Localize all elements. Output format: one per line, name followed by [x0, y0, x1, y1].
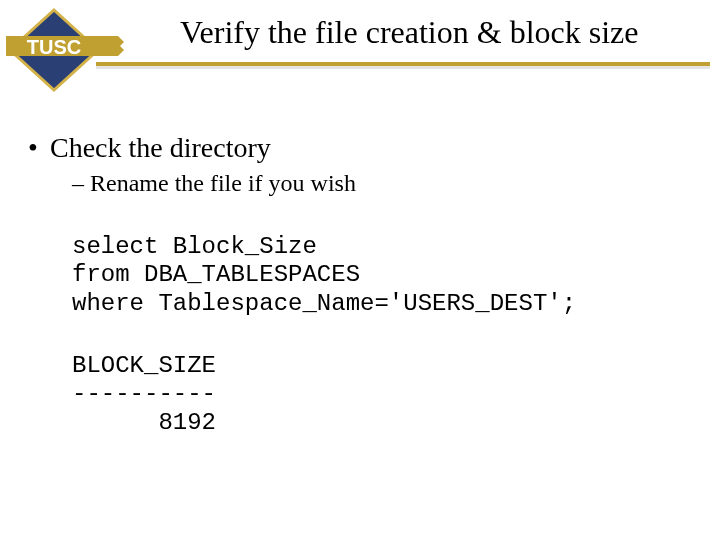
- bullet-level2: – Rename the file if you wish: [72, 170, 698, 197]
- output-header: BLOCK_SIZE: [72, 352, 216, 379]
- logo-text: TUSC: [27, 36, 81, 58]
- bullet-level1-text: Check the directory: [50, 132, 271, 163]
- sql-code-block: select Block_Size from DBA_TABLESPACES w…: [72, 233, 698, 318]
- content-area: •Check the directory – Rename the file i…: [28, 132, 698, 437]
- sql-output-block: BLOCK_SIZE ---------- 8192: [72, 352, 698, 437]
- output-separator: ----------: [72, 380, 216, 407]
- bullet-level1: •Check the directory: [28, 132, 698, 164]
- code-line: select Block_Size: [72, 233, 317, 260]
- slide-title: Verify the file creation & block size: [180, 14, 638, 51]
- code-line: from DBA_TABLESPACES: [72, 261, 360, 288]
- tusc-logo: TUSC: [6, 6, 146, 94]
- slide: TUSC Verify the file creation & block si…: [0, 0, 720, 540]
- bullet-level2-text: Rename the file if you wish: [90, 170, 356, 196]
- title-underline-shadow: [96, 66, 710, 69]
- output-value: 8192: [72, 409, 216, 436]
- code-line: where Tablespace_Name='USERS_DEST';: [72, 290, 576, 317]
